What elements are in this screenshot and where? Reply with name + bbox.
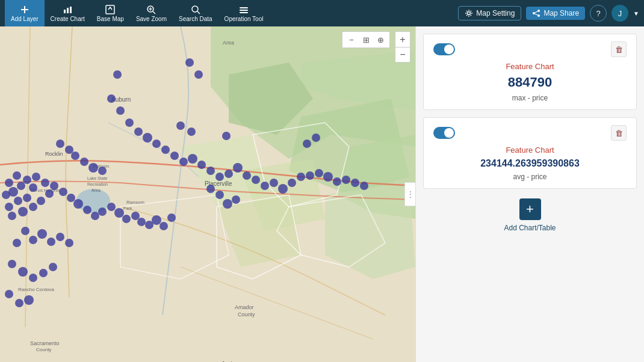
search-data-button[interactable]: Search Data [173,0,218,26]
user-menu-chevron[interactable]: ▼ [633,10,639,17]
svg-text:Rocklin: Rocklin [45,151,63,157]
zoom-controls: + − [395,31,410,63]
map-search-btn[interactable]: ⊕ [374,33,387,46]
chart-1-label: Feature Chart [433,62,627,71]
svg-point-18 [537,14,540,17]
svg-text:Area: Area [91,188,101,192]
svg-text:Lake State: Lake State [87,176,108,180]
svg-text:Park: Park [123,206,132,210]
chart-1-metric: max - price [433,94,627,102]
chart-card-2: 🗑 Feature Chart 234144.263959390863 avg … [423,117,637,189]
map-background: Auburn Rocklin Folsom Lake State Recreat… [0,26,415,362]
map-area[interactable]: Auburn Rocklin Folsom Lake State Recreat… [0,26,415,362]
chart-card-1: 🗑 Feature Chart 884790 max - price [423,34,637,110]
create-chart-button[interactable]: Create Chart [45,0,91,26]
svg-text:Ransom: Ransom [126,200,144,205]
svg-text:Placerville: Placerville [205,180,232,187]
panel-handle[interactable]: ⋮ [404,182,415,206]
chart-2-delete-button[interactable]: 🗑 [611,125,627,141]
svg-line-20 [535,14,537,15]
map-mini-toolbar: − ⊞ ⊕ [342,31,390,48]
svg-text:Recreation: Recreation [87,182,108,186]
svg-rect-4 [70,7,72,13]
svg-point-16 [537,10,540,12]
svg-point-17 [533,12,535,14]
map-minus-btn[interactable]: − [345,33,358,46]
svg-text:Citrus Heights: Citrus Heights [30,188,60,193]
svg-point-15 [468,12,471,15]
toolbar-right: Map Setting Map Share ? J ▼ [458,5,639,22]
operation-tool-button[interactable]: Operation Tool [218,0,270,26]
chart-card-1-header: 🗑 [433,41,627,57]
chart-2-value: 234144.263959390863 [433,158,627,169]
chart-2-toggle[interactable] [433,127,455,139]
save-zoom-button[interactable]: Save Zoom [130,0,173,26]
chart-2-label: Feature Chart [433,146,627,155]
svg-line-7 [153,11,155,14]
svg-rect-14 [240,12,248,13]
svg-line-19 [535,11,537,13]
svg-rect-2 [64,10,66,13]
zoom-out-button[interactable]: − [395,47,410,63]
chart-1-toggle[interactable] [433,43,455,55]
help-button[interactable]: ? [590,5,607,22]
chart-card-2-header: 🗑 [433,125,627,141]
base-map-button[interactable]: Base Map [91,0,130,26]
svg-text:Area: Area [223,40,234,46]
add-layer-button[interactable]: Add Layer [5,0,45,26]
zoom-in-button[interactable]: + [395,31,410,47]
svg-line-11 [197,11,200,14]
svg-text:Amador: Amador [235,304,254,310]
svg-point-10 [192,6,198,12]
map-print-btn[interactable]: ⊞ [359,33,373,46]
map-share-button[interactable]: Map Share [526,7,585,20]
map-setting-button[interactable]: Map Setting [458,6,521,20]
user-button[interactable]: J [611,5,628,22]
right-panel: 🗑 Feature Chart 884790 max - price 🗑 Fea… [415,26,644,362]
add-chart-label: Add Chart/Table [504,224,556,232]
svg-text:Auburn: Auburn [111,96,131,103]
add-chart-section: + Add Chart/Table [423,198,637,232]
chart-2-metric: avg - price [433,173,627,181]
svg-rect-12 [240,7,248,8]
svg-point-22 [76,189,110,213]
svg-text:Folsom: Folsom [93,164,110,169]
main-content: Auburn Rocklin Folsom Lake State Recreat… [0,26,644,362]
chart-1-value: 884790 [433,75,627,90]
svg-text:County: County [238,311,255,318]
add-chart-button[interactable]: + [519,198,541,220]
svg-text:County: County [36,347,51,352]
toolbar: Add Layer Create Chart Base Map Save Zoo… [0,0,644,26]
svg-text:Rancho Cordova: Rancho Cordova [18,287,55,292]
svg-rect-13 [240,10,248,11]
svg-text:Sacramento: Sacramento [30,340,60,346]
chart-1-delete-button[interactable]: 🗑 [611,41,627,57]
svg-rect-3 [67,8,69,13]
